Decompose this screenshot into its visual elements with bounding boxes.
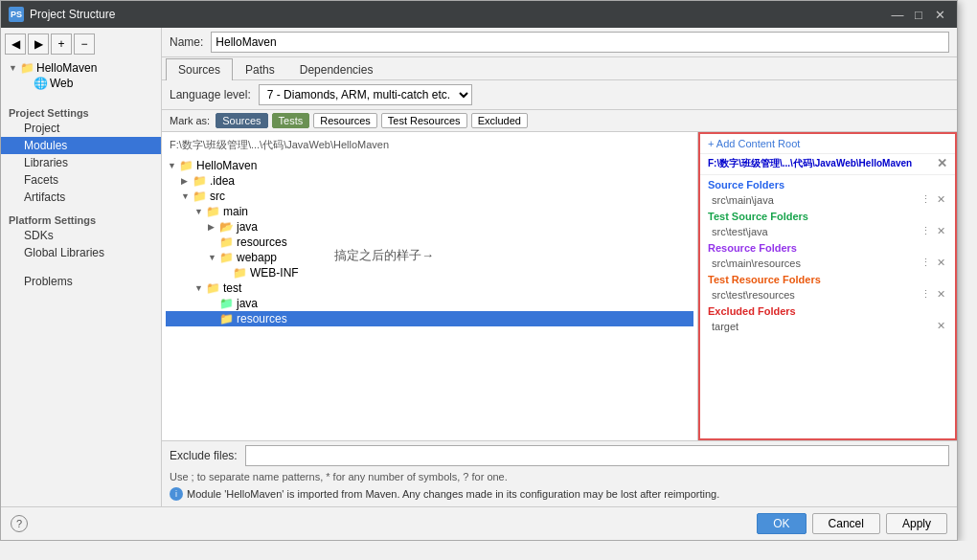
exclude-input[interactable] xyxy=(245,445,949,466)
maximize-button[interactable]: □ xyxy=(909,6,928,23)
cancel-button[interactable]: Cancel xyxy=(812,513,880,534)
mark-excluded-button[interactable]: Excluded xyxy=(471,113,528,128)
rp-folder-close-button[interactable]: ✕ xyxy=(935,225,947,237)
mark-tests-button[interactable]: Tests xyxy=(272,113,310,128)
bottom-area: Exclude files: Use ; to separate name pa… xyxy=(162,440,957,506)
minimize-button[interactable]: — xyxy=(888,6,907,23)
rp-sections: Source Folderssrc\main\java⋮✕Test Source… xyxy=(700,175,955,333)
nav-forward-button[interactable]: ▶ xyxy=(28,34,49,55)
tabs-row: Sources Paths Dependencies xyxy=(162,57,957,80)
tab-paths[interactable]: Paths xyxy=(233,58,287,80)
tree-path: F:\数字\班级管理\...\代码\JavaWeb\HelloMaven xyxy=(166,136,693,154)
rp-folder-pkg-button[interactable]: ⋮ xyxy=(919,193,933,206)
rp-folder-row: src\test\java⋮✕ xyxy=(708,224,947,238)
sidebar-item-sdks[interactable]: SDKs xyxy=(1,227,161,244)
sidebar-section-project-settings: Project Settings xyxy=(1,104,161,120)
tree-node[interactable]: ▶📁.idea xyxy=(166,173,693,189)
rp-folder-close-button[interactable]: ✕ xyxy=(935,320,947,332)
rp-folder-pkg-button[interactable]: ⋮ xyxy=(919,288,933,301)
title-bar: PS Project Structure — □ ✕ xyxy=(1,1,957,28)
tree-node[interactable]: ▼📁main xyxy=(166,204,693,219)
tree-node[interactable]: 📁WEB-INF xyxy=(166,265,693,280)
rp-section-test-resources: Test Resource Folderssrc\test\resources⋮… xyxy=(700,270,955,302)
tree-node[interactable]: 📁resources xyxy=(166,235,693,250)
close-button[interactable]: ✕ xyxy=(930,6,949,23)
tree-node[interactable]: ▼📁webapp xyxy=(166,250,693,265)
app-icon: PS xyxy=(9,7,24,22)
sidebar-item-facets[interactable]: Facets xyxy=(1,171,161,189)
remove-module-button[interactable]: − xyxy=(74,34,95,55)
sidebar-tree-child[interactable]: 🌐 Web xyxy=(5,76,157,91)
sidebar-item-problems[interactable]: Problems xyxy=(1,273,161,290)
dialog-title: Project Structure xyxy=(30,8,115,21)
tab-sources[interactable]: Sources xyxy=(166,58,233,80)
lang-row: Language level: 7 - Diamonds, ARM, multi… xyxy=(162,80,957,110)
rp-folder-close-button[interactable]: ✕ xyxy=(935,193,947,206)
rp-section-resources: Resource Folderssrc\main\resources⋮✕ xyxy=(700,238,955,270)
add-content-root-row: + Add Content Root xyxy=(700,134,955,154)
sidebar-controls: ◀ ▶ + − xyxy=(1,32,161,58)
rp-folder-close-button[interactable]: ✕ xyxy=(935,257,947,269)
rp-section-excluded: Excluded Folderstarget✕ xyxy=(700,302,955,333)
lang-label: Language level: xyxy=(170,88,251,101)
tree-node[interactable]: 📁resources xyxy=(166,311,693,326)
dialog-footer: ? OK Cancel Apply xyxy=(1,506,957,540)
tree-node[interactable]: ▼📁test xyxy=(166,280,693,296)
sidebar-item-libraries[interactable]: Libraries xyxy=(1,154,161,171)
rp-folder-row: src\main\java⋮✕ xyxy=(708,192,947,207)
tab-dependencies[interactable]: Dependencies xyxy=(287,58,386,80)
name-input[interactable] xyxy=(211,32,949,53)
tree-node[interactable]: 📁java xyxy=(166,296,693,311)
exclude-row: Exclude files: xyxy=(170,445,949,466)
sidebar-section-platform: Platform Settings xyxy=(1,212,161,227)
ok-button[interactable]: OK xyxy=(757,513,806,534)
module-notice: i Module 'HelloMaven' is imported from M… xyxy=(170,485,949,503)
tree-node[interactable]: ▶📂java xyxy=(166,219,693,235)
mark-row: Mark as: Sources Tests Resources Test Re… xyxy=(162,110,957,132)
right-panel: + Add Content Root F:\数字\班级管理\...\代码\Jav… xyxy=(698,132,957,440)
project-structure-dialog: PS Project Structure — □ ✕ ◀ ▶ + − ▼ 📁 xyxy=(0,0,958,541)
tree-container: ▼📁HelloMaven▶📁.idea▼📁src▼📁main▶📂java📁res… xyxy=(166,158,693,326)
lang-select[interactable]: 7 - Diamonds, ARM, multi-catch etc. xyxy=(259,84,472,105)
exclude-label: Exclude files: xyxy=(170,449,238,462)
rp-folder-row: src\test\resources⋮✕ xyxy=(708,287,947,302)
rp-folder-row: target✕ xyxy=(708,319,947,333)
exclude-hint: Use ; to separate name patterns, * for a… xyxy=(170,470,949,485)
tree-panel[interactable]: F:\数字\班级管理\...\代码\JavaWeb\HelloMaven ▼📁H… xyxy=(162,132,698,440)
content-root-close-button[interactable]: ✕ xyxy=(937,156,947,170)
footer-left: ? xyxy=(11,515,751,532)
module-notice-text: Module 'HelloMaven' is imported from Mav… xyxy=(187,488,719,500)
add-content-root-button[interactable]: + Add Content Root xyxy=(708,138,800,149)
window-controls: — □ ✕ xyxy=(888,6,949,23)
tree-node[interactable]: ▼📁src xyxy=(166,189,693,204)
nav-back-button[interactable]: ◀ xyxy=(5,34,26,55)
rp-section-sources: Source Folderssrc\main\java⋮✕ xyxy=(700,175,955,207)
content-root-path: F:\数字\班级管理\...\代码\JavaWeb\HelloMaven ✕ xyxy=(700,154,955,175)
name-label: Name: xyxy=(170,35,203,49)
rp-folder-pkg-button[interactable]: ⋮ xyxy=(919,257,933,269)
name-row: Name: xyxy=(162,28,957,57)
help-button[interactable]: ? xyxy=(11,515,28,532)
content-split: F:\数字\班级管理\...\代码\JavaWeb\HelloMaven ▼📁H… xyxy=(162,132,957,440)
rp-folder-row: src\main\resources⋮✕ xyxy=(708,256,947,270)
sidebar-item-modules[interactable]: Modules xyxy=(1,137,161,154)
mark-sources-button[interactable]: Sources xyxy=(216,113,267,128)
tree-node[interactable]: ▼📁HelloMaven xyxy=(166,158,693,173)
dialog-body: ◀ ▶ + − ▼ 📁 HelloMaven 🌐 Web Proj xyxy=(1,28,957,506)
sidebar-tree-root[interactable]: ▼ 📁 HelloMaven xyxy=(5,60,157,76)
add-module-button[interactable]: + xyxy=(51,34,72,55)
rp-section-test-sources: Test Source Folderssrc\test\java⋮✕ xyxy=(700,207,955,238)
title-bar-left: PS Project Structure xyxy=(9,7,115,22)
rp-folder-pkg-button[interactable]: ⋮ xyxy=(919,225,933,237)
rp-folder-close-button[interactable]: ✕ xyxy=(935,288,947,301)
sidebar-item-global-libraries[interactable]: Global Libraries xyxy=(1,244,161,261)
sidebar: ◀ ▶ + − ▼ 📁 HelloMaven 🌐 Web Proj xyxy=(1,28,162,506)
main-area: Name: Sources Paths Dependencies Languag… xyxy=(162,28,957,506)
mark-resources-button[interactable]: Resources xyxy=(313,113,377,128)
sidebar-item-artifacts[interactable]: Artifacts xyxy=(1,189,161,206)
sidebar-item-project[interactable]: Project xyxy=(1,120,161,137)
info-icon: i xyxy=(170,487,183,501)
mark-label: Mark as: xyxy=(170,115,210,126)
mark-test-resources-button[interactable]: Test Resources xyxy=(381,113,467,128)
apply-button[interactable]: Apply xyxy=(886,513,947,534)
